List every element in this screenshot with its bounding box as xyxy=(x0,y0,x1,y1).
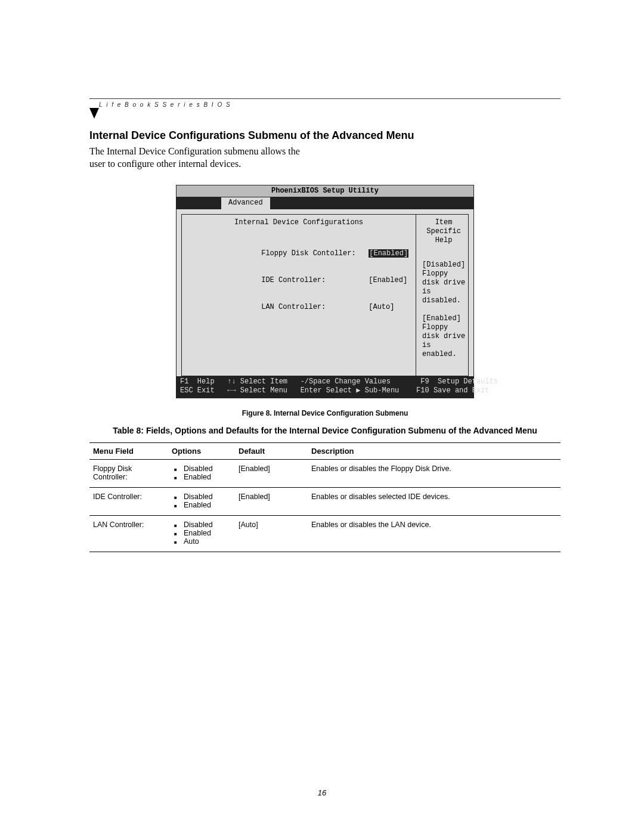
cell-default: [Enabled] xyxy=(235,487,308,515)
help-l4: [Enabled] xyxy=(422,314,465,323)
cell-options: DisabledEnabled xyxy=(168,487,235,515)
bios-title: PhoenixBIOS Setup Utility xyxy=(177,185,473,197)
option-item: Disabled xyxy=(180,493,231,501)
bios-left-title: Internal Device Configurations xyxy=(182,215,416,230)
cell-default: [Enabled] xyxy=(235,459,308,487)
table-row: LAN Controller:DisabledEnabledAuto[Auto]… xyxy=(89,515,561,552)
breadcrumb: L i f e B o o k S S e r i e s B I O S xyxy=(99,101,561,108)
header-triangle-icon xyxy=(89,108,561,121)
option-item: Enabled xyxy=(180,529,231,537)
cell-menu-field: IDE Controller: xyxy=(89,487,168,515)
option-item: Auto xyxy=(180,537,231,546)
cell-default: [Auto] xyxy=(235,515,308,552)
figure-caption: Figure 8. Internal Device Configuration … xyxy=(89,409,561,417)
help-l3: disabled. xyxy=(422,296,465,305)
th-menu-field: Menu Field xyxy=(89,442,168,459)
table-row: IDE Controller:DisabledEnabled[Enabled]E… xyxy=(89,487,561,515)
field-lan-value[interactable]: [Auto] xyxy=(369,303,394,311)
field-floppy-label: Floppy Disk Contoller: xyxy=(261,249,355,258)
field-ide-label: IDE Controller: xyxy=(261,276,326,284)
th-options: Options xyxy=(168,442,235,459)
help-l2: Floppy disk drive is xyxy=(422,270,465,296)
option-item: Disabled xyxy=(180,521,231,529)
help-l1: [Disabled] xyxy=(422,261,465,270)
field-floppy-value[interactable]: [Enabled] xyxy=(369,249,408,258)
bios-right-title: Item Specific Help xyxy=(416,215,471,247)
cell-menu-field: Floppy Disk Controller: xyxy=(89,459,168,487)
bios-footer: F1 Help ↑↓ Select Item -/Space Change Va… xyxy=(177,376,473,398)
page-number: 16 xyxy=(0,788,644,797)
th-default: Default xyxy=(235,442,308,459)
option-item: Disabled xyxy=(180,465,231,473)
fields-table: Menu Field Options Default Description F… xyxy=(89,442,561,552)
option-item: Enabled xyxy=(180,501,231,509)
table-row: Floppy Disk Controller:DisabledEnabled[E… xyxy=(89,459,561,487)
footer-row1: F1 Help ↑↓ Select Item -/Space Change Va… xyxy=(180,377,498,386)
cell-options: DisabledEnabledAuto xyxy=(168,515,235,552)
cell-options: DisabledEnabled xyxy=(168,459,235,487)
cell-description: Enables or disables the LAN device. xyxy=(308,515,561,552)
field-ide-value[interactable]: [Enabled] xyxy=(369,276,407,284)
table-title: Table 8: Fields, Options and Defaults fo… xyxy=(89,426,561,435)
svg-marker-0 xyxy=(89,108,99,119)
bios-screenshot: PhoenixBIOS Setup Utility Advanced Inter… xyxy=(176,185,474,398)
cell-description: Enables or disables the Floppy Disk Driv… xyxy=(308,459,561,487)
bios-help-text: [Disabled] Floppy disk drive is disabled… xyxy=(416,247,471,364)
field-lan-label: LAN Controller: xyxy=(261,303,326,311)
intro-line-2: user to configure other internal devices… xyxy=(89,159,241,169)
tab-advanced[interactable]: Advanced xyxy=(221,197,270,210)
option-item: Enabled xyxy=(180,473,231,481)
cell-description: Enables or disables selected IDE devices… xyxy=(308,487,561,515)
header-rule xyxy=(89,98,561,99)
bios-tab-bar: Advanced xyxy=(177,197,473,209)
cell-menu-field: LAN Controller: xyxy=(89,515,168,552)
intro-line-1: The Internal Device Configuration submen… xyxy=(89,146,300,156)
section-title: Internal Device Configurations Submenu o… xyxy=(89,129,561,142)
intro-text: The Internal Device Configuration submen… xyxy=(89,145,340,171)
help-l5: Floppy disk drive is xyxy=(422,323,465,350)
th-description: Description xyxy=(308,442,561,459)
help-l6: enabled. xyxy=(422,350,465,359)
footer-row2: ESC Exit ←→ Select Menu Enter Select ▶ S… xyxy=(180,386,490,395)
